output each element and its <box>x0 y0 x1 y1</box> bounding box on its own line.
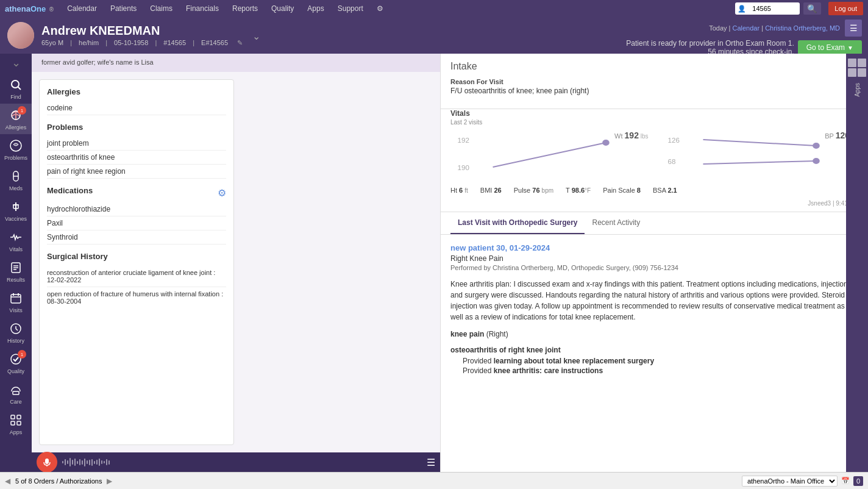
patient-note: former avid golfer; wife's name is Lisa <box>32 54 440 72</box>
patient-pronouns: he/him <box>79 39 99 46</box>
care-label: Care <box>10 399 22 405</box>
bmi-vital: BMI 26 <box>480 187 502 194</box>
vitals-icon <box>8 229 24 245</box>
allergies-badge: 1 <box>18 106 26 115</box>
height-vital: Ht 6 ft <box>450 187 468 194</box>
vitals-label: Vitals <box>9 246 23 252</box>
instruction-link-1[interactable]: knee arthritis: care instructions <box>494 366 603 375</box>
sidebar-item-vaccines[interactable]: Vaccines <box>0 195 32 226</box>
next-order-button[interactable]: ▶ <box>107 477 112 485</box>
nav-patients[interactable]: Patients <box>104 0 143 17</box>
notification-icon[interactable]: 0 <box>853 476 863 486</box>
avatar-image <box>7 22 34 49</box>
intake-cards-area: Allergies codeine Problems joint problem… <box>32 72 440 452</box>
pain-vital: Pain Scale 8 <box>603 187 641 194</box>
apps-label: Apps <box>10 429 23 435</box>
nav-support[interactable]: Support <box>332 0 369 17</box>
visit-link[interactable]: new patient 30, 01-29-2024 <box>450 243 858 252</box>
visits-label: Visits <box>9 307 22 313</box>
established-link[interactable]: Calendar <box>733 24 760 32</box>
svg-point-31 <box>813 158 820 164</box>
svg-point-0 <box>12 80 19 88</box>
mic-bar: ☰ <box>32 452 440 472</box>
summary-card: Allergies codeine Problems joint problem… <box>39 79 234 445</box>
sidebar-item-history[interactable]: History <box>0 317 32 348</box>
sidebar-item-results[interactable]: Results <box>0 256 32 287</box>
mic-button[interactable] <box>37 452 57 472</box>
search-button[interactable]: 🔍 <box>803 2 821 15</box>
intake-title: Intake <box>450 61 858 72</box>
patient-dob: 05-10-1958 <box>114 39 148 46</box>
surgery-item-0: reconstruction of anterior cruciate liga… <box>47 266 226 287</box>
sidebar-item-allergies[interactable]: 1 Allergies <box>0 104 32 134</box>
care-icon <box>8 382 24 398</box>
sidebar-item-meds[interactable]: Meds <box>0 165 32 195</box>
medications-header: Medications ⚙ <box>47 186 226 200</box>
problem-item-0: joint problem <box>47 137 226 151</box>
nav-calendar[interactable]: Calendar <box>61 0 103 17</box>
nav-quality[interactable]: Quality <box>265 0 300 17</box>
nav-claims[interactable]: Claims <box>144 0 179 17</box>
bottom-bar: ◀ 5 of 8 Orders / Authorizations ▶ athen… <box>0 472 868 489</box>
patient-header: Andrew KNEEDMAN 65yo M | he/him | 05-10-… <box>0 17 868 54</box>
history-label: History <box>7 338 24 344</box>
problem-item-2: pain of right knee region <box>47 165 226 179</box>
svg-rect-20 <box>17 415 21 419</box>
sidebar-item-apps[interactable]: Apps <box>0 409 32 439</box>
nav-financials[interactable]: Financials <box>180 0 225 17</box>
sidebar-item-vitals[interactable]: Vitals <box>0 226 32 256</box>
sidebar-item-find[interactable]: Find <box>0 73 32 104</box>
intake-section: Intake Reason For Visit F/U osteoarthrit… <box>441 54 868 109</box>
instruction-link-0[interactable]: learning about total knee replacement su… <box>494 357 654 365</box>
diagnosis-knee-pain: knee pain (Right) <box>450 330 858 338</box>
medications-gear-icon[interactable]: ⚙ <box>218 187 226 199</box>
svg-rect-12 <box>11 294 21 303</box>
vitals-subtitle: Last 2 visits <box>450 119 858 126</box>
bsa-vital: BSA 2.1 <box>653 187 677 194</box>
provider-link[interactable]: Christina Ortherberg, MD <box>765 24 840 32</box>
nav-apps[interactable]: Apps <box>301 0 330 17</box>
expand-arrow[interactable]: ⌄ <box>252 30 260 42</box>
visits-icon <box>8 290 24 306</box>
svg-rect-18 <box>13 391 19 394</box>
hamburger-button[interactable]: ☰ <box>845 20 862 37</box>
svg-rect-23 <box>45 459 49 464</box>
logo: athenaOne ® <box>5 4 54 13</box>
mic-menu-icon[interactable]: ☰ <box>427 457 435 468</box>
bottom-office: athenaOrtho - Main Office 📅 0 <box>742 476 863 487</box>
temp-vital: T 98.6°F <box>566 187 591 194</box>
logout-button[interactable]: Log out <box>828 2 863 15</box>
prev-order-button[interactable]: ◀ <box>5 477 10 485</box>
sidebar-item-care[interactable]: Care <box>0 378 32 409</box>
history-icon <box>8 321 24 337</box>
last-visit-content: new patient 30, 01-29-2024 Right Knee Pa… <box>441 235 868 385</box>
office-select[interactable]: athenaOrtho - Main Office <box>742 476 838 487</box>
nav-reports[interactable]: Reports <box>226 0 264 17</box>
svg-point-30 <box>813 143 820 149</box>
search-input[interactable] <box>749 2 797 15</box>
patient-info: Andrew KNEEDMAN 65yo M | he/him | 05-10-… <box>41 24 247 47</box>
calendar-icon[interactable]: 📅 <box>841 477 850 485</box>
right-panel: Intake Reason For Visit F/U osteoarthrit… <box>440 54 868 472</box>
meds-icon <box>8 168 24 184</box>
tab-last-visit[interactable]: Last Visit with Orthopedic Surgery <box>450 212 585 234</box>
center-panel: former avid golfer; wife's name is Lisa … <box>32 54 440 472</box>
visit-note: Knee arthritis plan: I discussed exam an… <box>450 279 858 323</box>
last-visit-section: Last Visit with Orthopedic Surgery Recen… <box>441 212 868 472</box>
goto-exam-button[interactable]: Go to Exam ▼ <box>798 40 862 55</box>
patient-name: Andrew KNEEDMAN <box>41 24 247 38</box>
nav-settings[interactable]: ⚙ <box>371 0 390 17</box>
reason-label: Reason For Visit <box>450 78 858 85</box>
expand-sidebar-button[interactable]: ⌄ <box>12 56 21 70</box>
allergies-label: Allergies <box>5 124 27 130</box>
sidebar-item-problems[interactable]: Problems <box>0 134 32 165</box>
apps-icon <box>8 412 24 428</box>
tab-recent-activity[interactable]: Recent Activity <box>585 212 647 234</box>
sidebar-item-quality[interactable]: 1 Quality <box>0 348 32 378</box>
apps-right-label: Apps <box>854 83 861 97</box>
edit-icon[interactable]: ✎ <box>237 39 243 46</box>
problems-title: Problems <box>47 123 226 132</box>
instruction-item-1: Provided knee arthritis: care instructio… <box>463 366 858 375</box>
sidebar-item-visits[interactable]: Visits <box>0 287 32 317</box>
dropdown-arrow-icon: ▼ <box>847 45 853 51</box>
